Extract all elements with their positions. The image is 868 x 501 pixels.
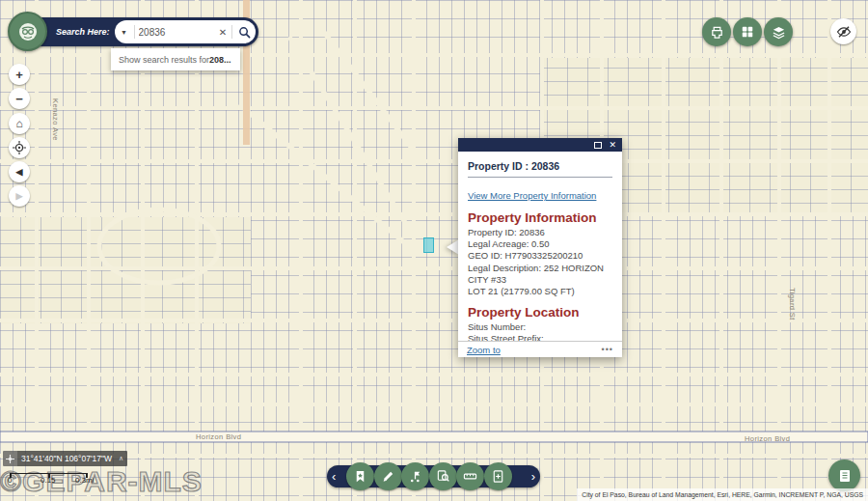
property-id-line: Property ID: 20836 xyxy=(468,227,612,238)
divider xyxy=(468,177,612,178)
property-popup: ✕ Property ID : 20836 View More Property… xyxy=(458,138,622,357)
identify-button[interactable] xyxy=(429,462,457,490)
chevron-up-icon[interactable]: ∧ xyxy=(117,455,125,462)
lot-line: LOT 21 (21779.00 SQ FT) xyxy=(468,286,612,297)
bookmark-button[interactable] xyxy=(346,462,374,490)
street-label: Horizon Blvd xyxy=(196,432,241,441)
zoom-to-link[interactable]: Zoom to xyxy=(467,345,501,355)
street-label: Kenazo Ave xyxy=(51,98,60,141)
bottom-toolbar: ‹ › xyxy=(327,465,540,487)
hide-popups-button[interactable] xyxy=(830,18,856,44)
draw-button[interactable] xyxy=(374,462,402,490)
situs-number-line: Situs Number: xyxy=(468,321,612,333)
layers-button[interactable] xyxy=(764,17,793,46)
maximize-icon[interactable] xyxy=(594,142,602,149)
search-label: Search Here: xyxy=(56,27,110,37)
arrow-left-icon: ◀ xyxy=(16,167,23,177)
section-heading: Property Information xyxy=(468,210,612,225)
suggestion-text: Show search results for xyxy=(119,55,209,65)
coordinates-widget: 31°41'40"N 106°07'17"W ∧ xyxy=(3,451,127,466)
previous-extent-button[interactable]: ◀ xyxy=(9,161,30,182)
parcel-basemap xyxy=(0,0,868,501)
measure-button[interactable] xyxy=(401,462,429,490)
legal-acreage-line: Legal Acreage: 0.50 xyxy=(468,238,612,250)
popup-body: Property ID : 20836 View More Property I… xyxy=(458,152,622,357)
search-input[interactable] xyxy=(135,27,214,38)
map-attribution: City of El Paso, Bureau of Land Manageme… xyxy=(577,488,868,501)
my-location-button[interactable] xyxy=(9,137,30,158)
suggestion-term: 208... xyxy=(209,55,231,65)
more-actions-icon[interactable]: ••• xyxy=(602,345,613,354)
legal-description-line: Legal Description: 252 HORIZON CITY #33 xyxy=(468,263,612,286)
scale-end: 0.3mi xyxy=(75,476,95,485)
add-report-button[interactable] xyxy=(484,462,512,490)
bookmark-icon xyxy=(353,469,367,484)
ruler-icon xyxy=(463,469,477,484)
scale-start: 0 xyxy=(8,476,12,485)
toolbar-prev-button[interactable]: ‹ xyxy=(328,465,339,487)
street-label: Tigard St xyxy=(788,288,797,320)
map-canvas[interactable]: Horizon Blvd Horizon Blvd Tigard St Kena… xyxy=(0,0,868,501)
basemap-gallery-button[interactable] xyxy=(733,17,762,46)
app-logo[interactable] xyxy=(8,12,47,51)
legend-icon xyxy=(837,468,853,484)
measure-flag-icon xyxy=(408,469,422,484)
crosshair-icon[interactable] xyxy=(3,451,17,466)
identify-search-icon xyxy=(436,469,450,484)
section-heading: Property Location xyxy=(468,305,612,320)
print-button[interactable] xyxy=(702,17,731,46)
layers-icon xyxy=(772,25,786,40)
plus-icon: + xyxy=(15,68,23,82)
scale-mid: 0.15 xyxy=(41,476,56,485)
zoom-out-button[interactable]: − xyxy=(9,88,30,109)
coordinates-value: 31°41'40"N 106°07'17"W xyxy=(21,454,112,463)
mascot-logo-icon xyxy=(16,20,40,43)
map-viewer-app: Horizon Blvd Horizon Blvd Tigard St Kena… xyxy=(0,0,868,501)
legend-button[interactable] xyxy=(828,459,860,491)
document-plus-icon xyxy=(491,469,505,484)
next-extent-button[interactable]: ▶ xyxy=(9,185,30,207)
close-icon[interactable]: ✕ xyxy=(609,141,616,150)
locate-icon xyxy=(13,141,26,154)
arrow-right-icon: ▶ xyxy=(16,191,23,201)
clear-icon[interactable]: ✕ xyxy=(214,27,231,38)
basemap-grid-icon xyxy=(741,25,754,39)
caret-down-icon[interactable]: ▼ xyxy=(115,29,134,36)
search-box: ▼ ✕ xyxy=(115,20,256,43)
search-bar: Search Here: ▼ ✕ xyxy=(27,17,258,46)
minus-icon: − xyxy=(15,92,23,106)
toolbar-next-button[interactable]: › xyxy=(528,465,539,487)
search-icon[interactable] xyxy=(232,26,256,39)
eye-off-icon xyxy=(836,24,852,40)
street-label: Horizon Blvd xyxy=(745,434,790,443)
view-more-link[interactable]: View More Property Information xyxy=(468,190,596,201)
selected-parcel-highlight[interactable] xyxy=(423,237,434,253)
home-icon: ⌂ xyxy=(15,117,22,130)
home-extent-button[interactable]: ⌂ xyxy=(9,113,30,134)
popup-titlebar[interactable]: ✕ xyxy=(458,138,622,152)
popup-footer: Zoom to ••• xyxy=(458,341,622,357)
zoom-in-button[interactable]: + xyxy=(9,64,30,85)
search-suggestion[interactable]: Show search results for 208... xyxy=(111,48,240,70)
popup-title: Property ID : 20836 xyxy=(468,160,612,172)
geo-id-line: GEO ID: H77903325200210 xyxy=(468,250,612,262)
print-icon xyxy=(710,25,724,40)
draw-pencil-icon xyxy=(381,469,395,484)
ruler-button[interactable] xyxy=(456,462,484,490)
scale-bar: 0 0.15 0.3mi xyxy=(10,470,92,484)
